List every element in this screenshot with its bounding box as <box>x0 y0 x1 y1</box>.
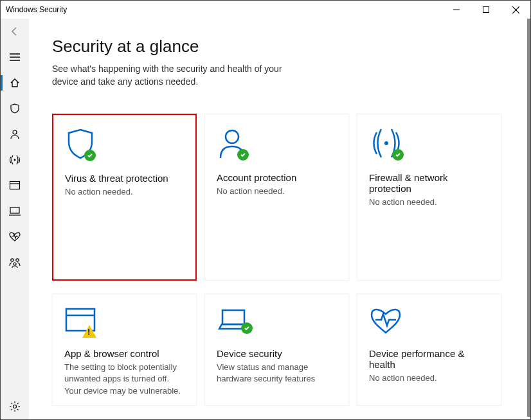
svg-line-23 <box>17 403 19 404</box>
svg-line-22 <box>17 409 19 410</box>
svg-rect-29 <box>222 310 244 324</box>
person-icon <box>217 126 337 159</box>
window: Windows Security <box>0 0 531 420</box>
nav-account[interactable] <box>1 121 29 147</box>
card-subtitle: View status and manage hardware security… <box>217 362 337 385</box>
nav-family[interactable] <box>1 250 29 276</box>
card-title: Device security <box>217 348 337 359</box>
nav-device-security[interactable] <box>1 198 29 224</box>
card-title: Firewall & network protection <box>369 172 489 194</box>
broadcast-icon <box>369 126 489 159</box>
window-title: Windows Security <box>6 5 67 14</box>
laptop-icon <box>217 302 337 335</box>
main-panel: Security at a glance See what's happenin… <box>29 19 530 419</box>
menu-button[interactable] <box>1 44 29 70</box>
card-app-browser[interactable]: App & browser control The setting to blo… <box>52 293 197 406</box>
svg-rect-1 <box>483 7 489 13</box>
svg-point-15 <box>14 263 16 265</box>
card-subtitle: No action needed. <box>217 186 337 197</box>
titlebar: Windows Security <box>1 1 530 19</box>
close-button[interactable] <box>501 1 530 19</box>
page-subtitle: See what's happening with the security a… <box>52 63 296 88</box>
svg-point-8 <box>14 159 16 161</box>
status-ok-icon <box>241 322 253 334</box>
svg-point-25 <box>226 130 239 143</box>
maximize-button[interactable] <box>471 1 501 19</box>
svg-point-7 <box>13 130 17 134</box>
card-subtitle: No action needed. <box>369 372 489 384</box>
shield-icon <box>65 127 184 160</box>
page-heading: Security at a glance <box>52 37 507 57</box>
svg-point-16 <box>14 405 17 408</box>
sidebar <box>1 19 29 419</box>
status-warning-icon <box>82 325 96 338</box>
card-title: App & browser control <box>64 348 184 359</box>
window-icon <box>64 302 184 335</box>
heart-pulse-icon <box>369 302 489 335</box>
card-firewall[interactable]: Firewall & network protection No action … <box>357 114 501 281</box>
card-title: Account protection <box>217 172 337 183</box>
nav-performance[interactable] <box>1 224 29 250</box>
card-subtitle: The setting to block potentially unwante… <box>64 362 184 397</box>
svg-point-13 <box>11 259 14 261</box>
nav-virus[interactable] <box>1 96 29 121</box>
cards-grid: Virus & threat protection No action need… <box>52 114 507 406</box>
card-subtitle: No action needed. <box>65 186 184 198</box>
back-button[interactable] <box>1 19 29 44</box>
svg-point-14 <box>16 259 19 261</box>
card-subtitle: No action needed. <box>369 197 489 208</box>
card-device-security[interactable]: Device security View status and manage h… <box>204 293 349 406</box>
card-title: Device performance & health <box>369 348 489 370</box>
nav-home[interactable] <box>1 70 29 96</box>
svg-point-26 <box>384 141 388 145</box>
card-title: Virus & threat protection <box>65 173 184 184</box>
nav-firewall[interactable] <box>1 147 29 173</box>
nav-settings[interactable] <box>1 394 29 419</box>
card-account-protection[interactable]: Account protection No action needed. <box>204 114 349 281</box>
card-virus-threat[interactable]: Virus & threat protection No action need… <box>52 114 197 281</box>
nav-app-browser[interactable] <box>1 173 29 198</box>
svg-line-24 <box>11 409 12 410</box>
scrollbar[interactable] <box>527 19 530 417</box>
svg-rect-9 <box>10 182 20 189</box>
minimize-button[interactable] <box>442 1 471 19</box>
card-performance[interactable]: Device performance & health No action ne… <box>357 293 501 406</box>
svg-rect-11 <box>10 207 19 213</box>
svg-line-21 <box>11 403 12 404</box>
